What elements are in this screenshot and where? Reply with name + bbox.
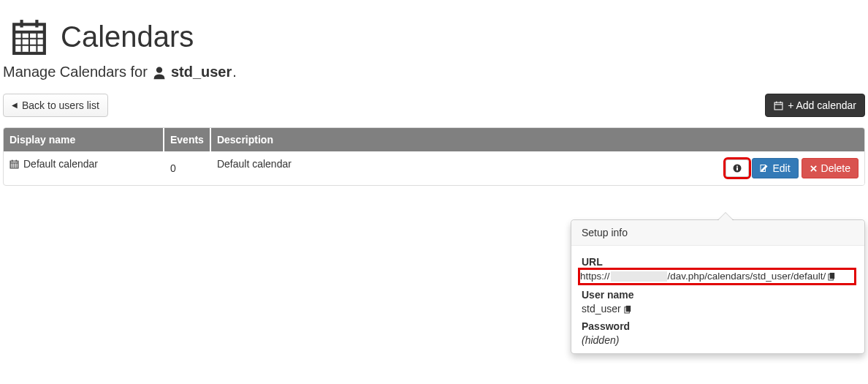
add-calendar-button[interactable]: + Add calendar — [765, 94, 865, 117]
username-value: std_user — [582, 303, 621, 315]
url-value: https:///dav.php/calendars/std_user/defa… — [580, 270, 854, 283]
calendars-table: Display name Events Description Default — [3, 127, 865, 186]
back-to-users-button[interactable]: ◀ Back to users list — [3, 94, 108, 117]
svg-rect-25 — [736, 167, 738, 170]
col-display-name: Display name — [4, 128, 164, 151]
password-value: (hidden) — [582, 334, 619, 346]
svg-point-9 — [156, 67, 162, 72]
svg-rect-7 — [20, 20, 23, 27]
events-value: 0 — [164, 151, 211, 185]
popover-title: Setup info — [571, 220, 864, 246]
svg-rect-10 — [774, 102, 783, 110]
password-label: Password — [582, 320, 854, 332]
setup-info-popover: Setup info URL https:///dav.php/calendar… — [571, 219, 865, 354]
svg-point-24 — [736, 166, 738, 167]
copy-icon[interactable] — [624, 304, 632, 314]
svg-rect-13 — [780, 101, 781, 103]
table-row: Default calendar 0 Default calendar — [4, 151, 864, 185]
description-value: Default calendar — [217, 158, 292, 170]
edit-button[interactable]: Edit — [752, 158, 798, 178]
svg-rect-31 — [625, 305, 630, 311]
copy-icon[interactable] — [828, 271, 836, 281]
col-description: Description — [211, 128, 864, 151]
delete-button[interactable]: Delete — [802, 158, 859, 178]
svg-rect-12 — [776, 101, 777, 103]
edit-icon — [760, 164, 769, 173]
display-name-value: Default calendar — [23, 158, 98, 170]
calendar-icon — [774, 101, 783, 110]
close-icon — [810, 165, 818, 173]
svg-rect-16 — [12, 159, 12, 162]
page-subtitle: Manage Calendars for std_user. — [0, 62, 868, 94]
chevron-left-icon: ◀ — [12, 100, 18, 111]
info-button[interactable] — [726, 159, 749, 177]
svg-rect-29 — [830, 273, 834, 279]
calendar-icon — [11, 18, 47, 55]
page-title: Calendars — [61, 20, 194, 53]
calendar-icon — [9, 159, 19, 169]
user-icon — [152, 64, 167, 80]
username-label: User name — [582, 289, 854, 301]
redacted-host — [611, 271, 667, 282]
info-icon — [733, 164, 742, 173]
svg-rect-17 — [16, 159, 17, 162]
svg-rect-8 — [35, 20, 38, 27]
col-events: Events — [164, 128, 211, 151]
url-label: URL — [582, 256, 854, 268]
